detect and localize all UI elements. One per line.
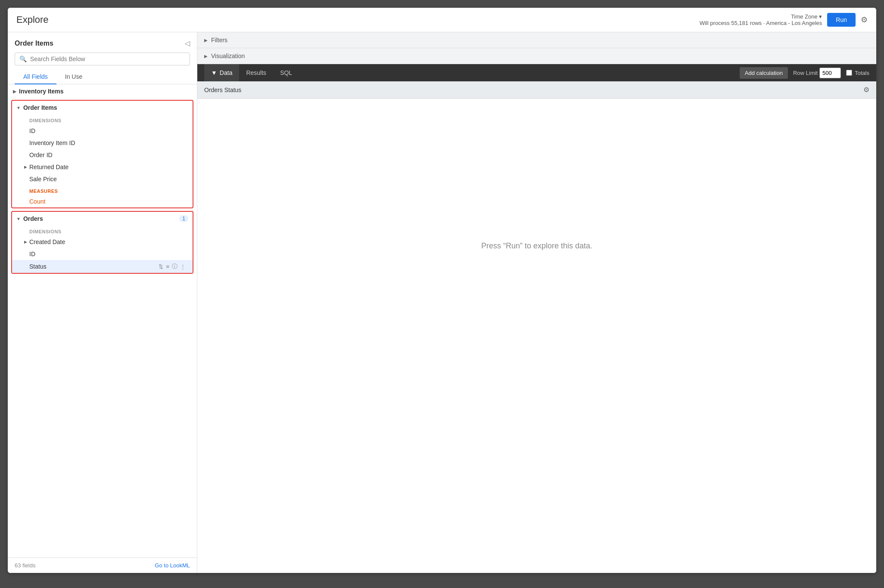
run-button[interactable]: Run: [827, 13, 856, 27]
main-layout: Order Items ◁ 🔍 All Fields In Use ▶ I: [8, 32, 876, 573]
field-list: ▶ Inventory Items ▼ Order Items DIMENSIO…: [8, 84, 197, 557]
tab-all-fields[interactable]: All Fields: [15, 70, 56, 84]
chevron-down-icon: ▼: [16, 217, 21, 221]
group-label: Inventory Items: [19, 88, 63, 95]
filters-label: Filters: [211, 37, 227, 43]
info-icon[interactable]: ⓘ: [172, 263, 177, 270]
timezone-label: Time Zone ▾: [700, 13, 822, 20]
rows-info: Will process 55,181 rows · America - Los…: [700, 20, 822, 26]
chevron-right-icon: ▶: [13, 89, 16, 94]
search-icon: 🔍: [19, 56, 27, 62]
field-name: ID: [29, 251, 35, 257]
sidebar-collapse-icon[interactable]: ◁: [185, 39, 190, 47]
group-badge: 1: [179, 215, 188, 222]
group-orders[interactable]: ▼ Orders 1: [12, 212, 193, 226]
page-title: Explore: [16, 14, 49, 25]
dimensions-label: DIMENSIONS: [12, 115, 193, 125]
field-name: ID: [29, 127, 35, 134]
go-to-lookml-link[interactable]: Go to LookML: [155, 562, 190, 569]
visualization-label: Visualization: [211, 53, 245, 59]
group-label: Orders: [23, 215, 43, 222]
tab-sql[interactable]: SQL: [273, 64, 299, 81]
triangle-right-icon: ▶: [204, 38, 208, 43]
header-info: Time Zone ▾ Will process 55,181 rows · A…: [700, 13, 822, 26]
filters-section[interactable]: ▶ Filters: [197, 32, 876, 48]
group-order-items[interactable]: ▼ Order Items: [12, 101, 193, 115]
chevron-right-icon: ▶: [24, 240, 27, 244]
header-right: Time Zone ▾ Will process 55,181 rows · A…: [700, 13, 868, 27]
sidebar-title: Order Items: [15, 40, 53, 47]
field-name: Returned Date: [29, 164, 68, 170]
chevron-down-icon: ▼: [16, 105, 21, 110]
column-title: Orders Status: [204, 87, 241, 93]
data-header-row: Orders Status ⚙: [197, 81, 876, 99]
data-area: Orders Status ⚙ Press “Run” to explore t…: [197, 81, 876, 573]
timezone-chevron[interactable]: ▾: [819, 13, 822, 20]
tab-in-use[interactable]: In Use: [56, 70, 91, 84]
sort-icon[interactable]: ⇅: [159, 263, 163, 270]
field-name: Order ID: [29, 152, 53, 158]
sidebar-header: Order Items ◁: [8, 32, 197, 51]
right-panel: ▶ Filters ▶ Visualization ▼ Data Results…: [197, 32, 876, 573]
order-items-section: ▼ Order Items DIMENSIONS ID Inventory It…: [11, 100, 193, 208]
list-item[interactable]: Order ID: [12, 149, 193, 161]
field-name: Inventory Item ID: [29, 139, 75, 146]
settings-icon[interactable]: ⚙: [861, 15, 868, 25]
empty-state-message: Press “Run” to explore this data.: [197, 99, 876, 393]
filter-icon[interactable]: ≡: [166, 263, 169, 270]
list-item[interactable]: Count: [12, 195, 193, 207]
search-input[interactable]: [30, 56, 185, 62]
sidebar: Order Items ◁ 🔍 All Fields In Use ▶ I: [8, 32, 197, 573]
list-item[interactable]: ID: [12, 125, 193, 137]
measures-label: MEASURES: [12, 185, 193, 195]
field-name: Status: [29, 263, 47, 270]
visualization-section[interactable]: ▶ Visualization: [197, 48, 876, 64]
tab-results[interactable]: Results: [239, 64, 273, 81]
group-label: Order Items: [23, 104, 57, 111]
add-calculation-button[interactable]: Add calculation: [740, 67, 788, 79]
field-name: Sale Price: [29, 176, 57, 183]
totals-checkbox[interactable]: [846, 70, 852, 76]
fields-count: 63 fields: [15, 562, 35, 569]
main-container: Explore Time Zone ▾ Will process 55,181 …: [8, 8, 876, 573]
row-limit-label: Row Limit: [793, 70, 818, 76]
list-item[interactable]: ID: [12, 248, 193, 260]
list-item[interactable]: ▶ Created Date: [12, 236, 193, 248]
row-limit-input[interactable]: [819, 68, 841, 78]
data-toolbar: ▼ Data Results SQL Add calculation Row L…: [197, 64, 876, 81]
more-icon[interactable]: ⋮: [180, 263, 186, 270]
field-action-icons: ⇅ ≡ ⓘ ⋮: [159, 263, 186, 270]
column-settings-icon[interactable]: ⚙: [863, 86, 869, 94]
tabs: All Fields In Use: [8, 70, 197, 84]
list-item[interactable]: ▶ Returned Date: [12, 161, 193, 173]
list-item[interactable]: Status ⇅ ≡ ⓘ ⋮: [12, 260, 193, 273]
totals-label: Totals: [846, 70, 869, 76]
list-item[interactable]: Sale Price: [12, 173, 193, 185]
header: Explore Time Zone ▾ Will process 55,181 …: [8, 8, 876, 32]
sidebar-footer: 63 fields Go to LookML: [8, 557, 197, 573]
chevron-right-icon: ▶: [24, 165, 27, 169]
field-name: Created Date: [29, 238, 65, 245]
down-arrow-icon: ▼: [211, 69, 217, 76]
orders-section: ▼ Orders 1 DIMENSIONS ▶ Created Date ID …: [11, 211, 193, 274]
tab-data[interactable]: ▼ Data: [204, 64, 239, 81]
dimensions-label: DIMENSIONS: [12, 226, 193, 236]
group-inventory-items[interactable]: ▶ Inventory Items: [8, 84, 197, 98]
triangle-right-icon: ▶: [204, 54, 208, 59]
field-name: Count: [29, 198, 45, 205]
search-box: 🔍: [15, 53, 190, 65]
list-item[interactable]: Inventory Item ID: [12, 137, 193, 149]
